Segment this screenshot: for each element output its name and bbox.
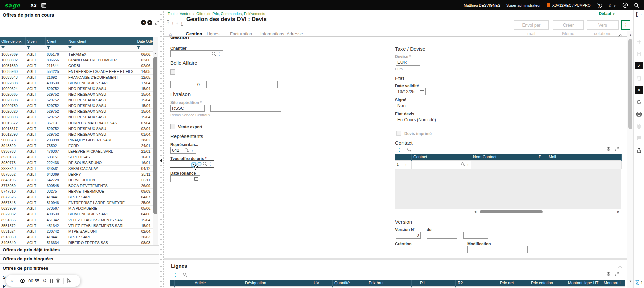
new-record-icon[interactable] <box>635 38 643 45</box>
table-cell[interactable]: AGLT <box>25 148 45 154</box>
help-icon[interactable]: ? <box>597 3 602 8</box>
previous-record-icon[interactable]: ↑ <box>172 20 174 26</box>
table-cell[interactable]: 8930773 <box>0 160 25 165</box>
table-cell[interactable]: 21/01. <box>136 148 153 154</box>
table-cell[interactable]: 10033543 <box>0 74 25 80</box>
table-cell[interactable]: 418441 <box>45 234 67 240</box>
table-cell[interactable]: SEPCO SAS <box>67 154 136 160</box>
table-cell[interactable]: 8843195 <box>0 177 25 183</box>
table-cell[interactable]: 73502 <box>45 143 67 148</box>
favorites-icon[interactable]: ☆ ▼ <box>608 3 616 8</box>
table-cell[interactable]: 17/04. <box>136 80 153 86</box>
table-cell[interactable]: 02/06. <box>136 63 153 68</box>
table-cell[interactable]: 8672626 <box>0 194 25 200</box>
table-cell[interactable]: AGLT <box>25 200 45 205</box>
date-validite-input[interactable]: 13/12/25 <box>396 88 426 95</box>
calendar-icon[interactable] <box>194 177 198 181</box>
table-cell[interactable]: 573567 <box>45 205 67 211</box>
table-cell[interactable]: 642728 <box>45 177 67 183</box>
offre-row[interactable]: 8623909AGLT573567M.A PLOMBERIE05/06. <box>0 205 153 211</box>
table-cell[interactable]: 28/02. <box>136 137 153 143</box>
table-cell[interactable]: AGLT <box>25 131 45 137</box>
left-grid-vscrollbar[interactable]: ▲ ▼ <box>153 37 158 251</box>
table-cell[interactable]: AGLT <box>25 80 45 86</box>
table-cell[interactable]: NEO RESEAUX SASU <box>67 103 136 108</box>
breadcrumb-ventes[interactable]: Ventes <box>180 12 191 16</box>
amount-input[interactable]: 0 <box>170 81 201 88</box>
offre-row[interactable]: 8930773AGLT222436DE SOUSA BRUNO16/01. <box>0 160 153 165</box>
field-menu-icon[interactable]: ⋮ <box>208 162 212 166</box>
next-record-icon[interactable]: ↓ <box>176 20 178 26</box>
panel-splitter[interactable] <box>159 10 164 288</box>
table-cell[interactable]: ENTREPRISE LARRE-DEMEYRE <box>67 200 136 205</box>
filter-icon[interactable] <box>45 45 67 51</box>
offre-row[interactable]: 8622082AGLT490530BIOM ENERGIES SARL04/06… <box>0 211 153 217</box>
table-cell[interactable]: 10020893 <box>0 114 25 120</box>
table-cell[interactable]: 529752 <box>45 114 67 120</box>
table-cell[interactable]: NEO RESEAUX SASU <box>67 114 136 120</box>
table-cell[interactable]: 10022808 <box>0 80 25 86</box>
user-name[interactable]: Matthieu DESVIGNES <box>464 3 500 7</box>
table-cell[interactable]: AGLT <box>25 51 45 57</box>
table-cell[interactable]: AGLT <box>25 114 45 120</box>
column-header[interactable]: R2 <box>456 280 498 286</box>
table-cell[interactable]: 8551872 <box>0 223 25 228</box>
offre-row[interactable]: 10012898AGLT529752NEO RESEAUX SASU01/04. <box>0 131 153 137</box>
table-cell[interactable]: AGLT <box>25 68 45 74</box>
vscroll-thumb[interactable] <box>628 39 632 129</box>
table-cell[interactable]: 643369 <box>45 171 67 177</box>
section-offres-filtrees[interactable]: Offres de prix filtrées <box>0 263 159 273</box>
table-cell[interactable]: HERVE THERMIQUE <box>67 188 136 194</box>
lookup-icon[interactable] <box>461 162 465 166</box>
confirm-icon[interactable]: ✓ <box>635 62 643 69</box>
share-icon[interactable] <box>635 147 643 154</box>
column-header[interactable]: Client <box>45 37 67 45</box>
field-menu-icon[interactable]: ⋮ <box>190 148 194 152</box>
calendar-icon[interactable] <box>420 90 424 93</box>
vente-export-checkbox[interactable] <box>170 124 175 129</box>
table-cell[interactable]: 8875552 <box>0 171 25 177</box>
hscroll-thumb[interactable] <box>480 210 543 213</box>
table-cell[interactable]: DE SOUSA BRUNO <box>67 160 136 165</box>
amount-detail-input[interactable] <box>206 81 278 88</box>
representant-input[interactable]: 642⋮ <box>170 147 196 154</box>
chantier-input[interactable]: ⋮ <box>170 50 223 57</box>
table-cell[interactable]: 10012898 <box>0 131 25 137</box>
table-cell[interactable]: 643561 <box>45 165 67 171</box>
table-cell[interactable]: 12/05. <box>136 74 153 80</box>
table-cell[interactable]: BLSTP SARL <box>67 194 136 200</box>
table-cell[interactable]: 476307 <box>45 148 67 154</box>
filter-icon[interactable] <box>67 45 136 51</box>
field-menu-icon[interactable]: ⋮ <box>466 162 470 166</box>
offre-row[interactable]: 9000673AGLT203098PINAQUY GILBERT SARL28/… <box>0 137 153 143</box>
scroll-up-icon[interactable]: ▲ <box>629 34 632 37</box>
scroll-right-icon[interactable]: ▶ <box>617 210 620 213</box>
offre-row[interactable]: 8747810AGLT33275HERVE THERMIQUE09/09. <box>0 188 153 194</box>
table-cell[interactable]: AGLT <box>25 97 45 103</box>
pending-requests-indicator[interactable]: 1 <box>635 280 643 285</box>
offre-row[interactable]: 8936763AGLT476307LEFEVRE MICKAEL SARL21/… <box>0 148 153 154</box>
record-icon[interactable] <box>20 279 25 283</box>
offre-row[interactable]: 8551855AGLT451342VELEZ ETABLISSEMENTS SA… <box>0 217 153 223</box>
offre-row[interactable]: 8493640AGLT516634RIBEIRO FRERES SAS08/03… <box>0 240 153 245</box>
table-cell[interactable]: 10020698 <box>0 97 25 103</box>
column-header[interactable]: P... <box>537 154 547 160</box>
breadcrumb-offres[interactable]: Offres de Prix, Commandes, Enlèvements <box>196 12 265 16</box>
scroll-down-icon[interactable]: ▼ <box>629 280 632 283</box>
table-cell[interactable]: 02/04. <box>136 228 153 234</box>
table-cell[interactable]: BIOM ENERGIES SARL <box>67 80 136 86</box>
offre-row[interactable]: 10013617AGLT529752NEO RESEAUX SASU02/04. <box>0 126 153 131</box>
column-header[interactable] <box>170 280 175 286</box>
table-cell[interactable]: 15/04. <box>136 91 153 97</box>
column-header[interactable]: Montant l <box>602 280 625 286</box>
table-cell[interactable]: RIBEIRO FRERES SAS <box>67 240 136 245</box>
table-cell[interactable]: 02/06. <box>136 57 153 63</box>
table-cell[interactable]: AGLT <box>25 234 45 240</box>
layers-icon[interactable] <box>606 147 611 151</box>
table-cell[interactable]: 230742 <box>45 228 67 234</box>
column-header[interactable]: Mail <box>547 154 622 160</box>
lookup-icon[interactable] <box>212 52 216 56</box>
table-cell[interactable]: 04/07. <box>136 194 153 200</box>
column-header[interactable]: R1 <box>418 280 456 286</box>
offre-row[interactable]: 10057669AGLT635176TERAMEX06/06. <box>0 51 153 57</box>
